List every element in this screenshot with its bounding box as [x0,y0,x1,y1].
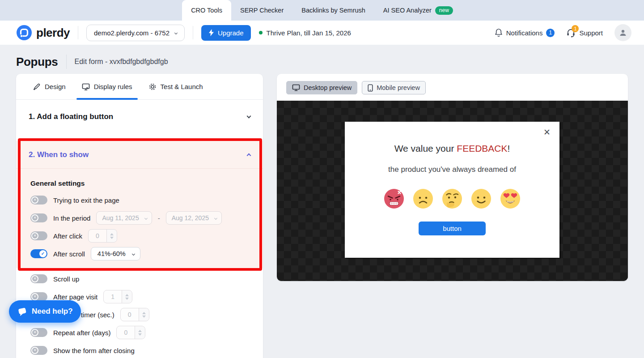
chevron-down-icon [144,216,148,219]
close-icon[interactable]: ✕ [543,127,551,137]
brand-logo[interactable]: plerdy [16,25,70,41]
timer-value[interactable]: 0 [121,308,139,321]
repeat-input: 0 [116,326,145,339]
preview-toolbar: Desktop preview Mobile preview [277,74,628,101]
phone-icon [368,84,373,92]
mobile-preview-button[interactable]: Mobile preview [362,81,426,94]
user-avatar[interactable] [614,24,631,41]
emoji-thinking-icon[interactable] [441,188,463,209]
support-count-badge: 1 [572,25,579,32]
preview-panel: Desktop preview Mobile preview ✕ We valu… [277,74,628,281]
page-visit-value[interactable]: 1 [104,290,122,303]
headset-icon: 1 [566,28,576,38]
toggle-after-click[interactable]: ✕ [30,231,47,240]
plan-status: Thrive Plan, till Jan 15, 2026 [259,29,351,37]
tab-ai-seo-analyzer[interactable]: AI SEO Analyzer new [374,0,462,21]
toggle-after-scroll[interactable]: ✓ [30,249,47,258]
preview-canvas: ✕ We value your FEEDBACK! the product yo… [277,101,628,281]
toggle-page-visit[interactable]: ✕ [30,292,47,301]
divider [193,26,193,39]
repeat-stepper[interactable] [135,326,145,339]
notifications-button[interactable]: Notifications 1 [495,28,555,37]
section-add-floating-button[interactable]: 1. Add a floating button [16,100,263,134]
page-title-row: Popups Edit form - xvxfbdfgbdfgbdfgb [0,45,644,70]
date-from-select[interactable]: Aug 11, 2025 [96,211,152,225]
rule-row-repeat: ✕ Repeat after (days) 0 [16,324,263,341]
upgrade-button[interactable]: Upgrade [201,25,251,41]
toggle-in-period[interactable]: ✕ [30,213,47,222]
editor-tabs: Design Display rules Test & Launch [16,74,263,100]
app-root: CRO Tools SERP Checker Backlinks by Semr… [0,0,644,358]
general-settings-title: General settings [30,179,263,188]
chat-bubble-icon [17,306,28,317]
section-when-to-show-header[interactable]: 2. When to show [16,141,263,169]
person-icon [619,28,627,37]
divider [78,26,78,39]
plerdy-logo-icon [16,25,32,41]
tab-test-launch[interactable]: Test & Launch [148,74,203,99]
pencil-icon [33,83,41,90]
tab-backlinks[interactable]: Backlinks by Semrush [292,0,374,21]
page-title: Popups [16,55,58,69]
support-button[interactable]: 1 Support [566,28,603,38]
rule-row-period: ✕ In the period Aug 11, 2025 - Aug 12, 2… [16,209,263,227]
after-click-input: 0 [88,229,117,243]
after-click-value[interactable]: 0 [89,230,106,242]
chevron-up-icon [247,153,251,158]
emoji-rating-row [345,188,559,209]
desktop-preview-button[interactable]: Desktop preview [286,81,357,94]
date-to-select[interactable]: Aug 12, 2025 [166,211,222,225]
header-right: Notifications 1 1 Support [495,24,631,41]
timer-input: 0 [120,308,149,321]
rule-row-scroll-up: ✕ Scroll up [16,270,263,288]
page-visit-stepper[interactable] [122,290,132,303]
repeat-value[interactable]: 0 [117,326,135,339]
page-visit-input: 1 [103,290,132,303]
section-when-to-show: 2. When to show General settings ✕ Tryin… [16,141,263,268]
need-help-button[interactable]: Need help? [9,300,81,323]
lightning-icon [208,29,214,36]
timer-stepper[interactable] [139,308,149,321]
popup-body-text: the product you've always dreamed of [345,165,559,174]
popup-preview: ✕ We value your FEEDBACK! the product yo… [345,122,559,258]
product-tab-bar: CRO Tools SERP Checker Backlinks by Semr… [0,0,644,21]
chevron-down-icon [247,114,251,119]
monitor-icon [292,84,300,91]
emoji-sad-icon[interactable] [412,188,434,209]
popup-title: We value your FEEDBACK! [345,143,559,154]
gear-icon [148,83,157,91]
tab-cro-tools[interactable]: CRO Tools [182,0,231,21]
toggle-exit-page[interactable]: ✕ [30,196,47,205]
tab-design[interactable]: Design [33,74,66,99]
after-click-stepper[interactable] [106,230,117,242]
toggle-scroll-up[interactable]: ✕ [30,274,47,283]
rule-row-after-closing: ✕ Show the form after closing [16,341,263,358]
site-selector-dropdown[interactable]: demo2.plerdy.com - 6752 [86,25,185,41]
toggle-repeat[interactable]: ✕ [30,328,47,337]
rule-row-after-click: ✕ After click 0 [16,227,263,245]
chevron-down-icon [132,252,135,255]
chevron-down-icon [214,216,217,219]
rule-row-exit: ✕ Trying to exit the page [16,191,263,209]
monitor-icon [82,83,90,90]
new-badge: new [435,6,453,15]
app-header: plerdy demo2.plerdy.com - 6752 Upgrade T… [0,21,644,45]
divider [66,55,67,69]
emoji-smile-icon[interactable] [470,188,492,209]
toggle-after-closing[interactable]: ✕ [30,346,47,355]
popup-title-accent: FEEDBACK [457,143,507,153]
chevron-down-icon [174,31,178,34]
tab-serp-checker[interactable]: SERP Checker [231,0,292,21]
notifications-count-badge: 1 [546,29,555,37]
popup-cta-button[interactable]: button [419,222,486,235]
brand-name: plerdy [36,26,70,40]
bell-icon [495,28,503,37]
emoji-angry-icon[interactable] [383,188,405,209]
rule-row-after-scroll: ✓ After scroll 41%-60% [16,245,263,263]
active-tab-underline [76,98,138,100]
after-scroll-select[interactable]: 41%-60% [91,247,140,260]
breadcrumb-edit-form: Edit form - xvxfbdfgbdfgbdfgb [75,58,168,66]
tab-display-rules[interactable]: Display rules [82,74,132,99]
active-status-dot [259,31,263,34]
emoji-love-icon[interactable] [500,188,521,209]
